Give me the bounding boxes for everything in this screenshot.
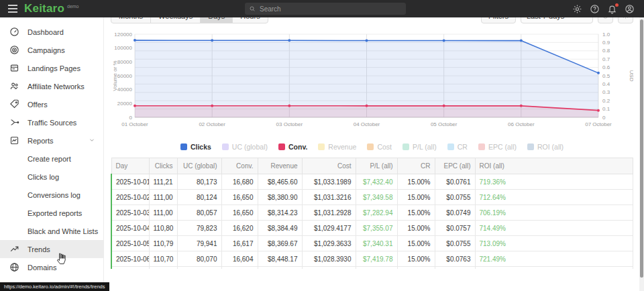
svg-text:100000: 100000 bbox=[114, 45, 132, 51]
sidebar-item-label: Campaigns bbox=[28, 46, 65, 54]
column-header-p-l-all[interactable]: P/L (all) bbox=[356, 158, 397, 174]
svg-text:40000: 40000 bbox=[117, 86, 133, 93]
table-row[interactable]: 2025-10-06110,7080,07016,604$8,448.17$1,… bbox=[111, 251, 633, 267]
cell-uc-global: 79,823 bbox=[177, 221, 221, 236]
cell-p-l-all: $7,355.07 bbox=[356, 221, 397, 236]
table-row[interactable]: 2025-10-05110,7979,94116,617$8,369.67$1,… bbox=[111, 236, 633, 251]
legend-item-roi-all[interactable]: ROI (all) bbox=[527, 143, 564, 151]
cell-p-l-all: $7,282.94 bbox=[356, 205, 397, 221]
legend-item-cr[interactable]: CR bbox=[447, 143, 468, 151]
avatar-icon[interactable] bbox=[625, 4, 635, 14]
column-header-conv[interactable]: Conv. bbox=[221, 158, 258, 174]
trends-chart[interactable]: 00.10.20.30.40.50.60.70.80.91.0020000400… bbox=[111, 27, 633, 136]
sidebar-item-create-report[interactable]: Create report bbox=[0, 150, 103, 168]
table-row[interactable]: 2025-10-03111,0080,05716,650$8,314.23$1,… bbox=[111, 205, 633, 221]
target-icon bbox=[9, 45, 19, 55]
cell-revenue: $8,369.67 bbox=[258, 236, 302, 251]
column-header-revenue[interactable]: Revenue bbox=[258, 158, 302, 174]
legend-item-conv[interactable]: Conv. bbox=[278, 143, 307, 151]
page-scrollbar[interactable] bbox=[639, 17, 644, 291]
cell-roi-all: 714.49% bbox=[475, 221, 633, 236]
cell-cost: $1,033.1989 bbox=[302, 174, 356, 190]
bell-icon[interactable] bbox=[607, 4, 617, 14]
legend-label: CR bbox=[458, 143, 468, 151]
column-header-cost[interactable]: Cost bbox=[302, 158, 356, 174]
cell-uc-global: 80,173 bbox=[177, 174, 221, 190]
scrollbar-thumb[interactable] bbox=[640, 19, 643, 278]
legend-swatch bbox=[478, 143, 485, 150]
sidebar-item-label: Trends bbox=[28, 245, 50, 253]
legend-item-uc-global[interactable]: UC (global) bbox=[222, 143, 268, 151]
sidebar-item-campaigns[interactable]: Campaigns bbox=[0, 41, 103, 59]
cell-day: 2025-10-04 bbox=[111, 221, 149, 236]
sidebar-item-label: Dashboard bbox=[28, 28, 64, 36]
cell-revenue: $8,384.49 bbox=[258, 221, 302, 236]
trend-icon bbox=[9, 244, 19, 254]
sidebar-item-conversions-log[interactable]: Conversions log bbox=[0, 186, 103, 204]
cell-clicks: 111,21 bbox=[149, 174, 177, 190]
cell-cost: $1,029.3633 bbox=[302, 236, 356, 251]
help-icon[interactable] bbox=[590, 4, 600, 14]
legend-label: EPC (all) bbox=[488, 143, 517, 151]
cell-roi-all: 718.20% bbox=[475, 267, 633, 270]
legend-label: P/L (all) bbox=[413, 143, 437, 151]
cell-cr: 15.00% bbox=[397, 267, 435, 270]
table-row[interactable]: 2025-10-04110,8079,82316,620$8,384.49$1,… bbox=[111, 221, 633, 236]
legend-item-cost[interactable]: Cost bbox=[367, 143, 392, 151]
legend-label: Revenue bbox=[328, 143, 356, 151]
legend-swatch bbox=[318, 143, 325, 150]
column-header-cr[interactable]: CR bbox=[397, 158, 435, 174]
sidebar-item-dashboard[interactable]: Dashboard bbox=[0, 23, 103, 41]
cell-cr: 15.00% bbox=[397, 174, 435, 190]
sidebar-item-landings-pages[interactable]: Landings Pages bbox=[0, 59, 103, 77]
legend-item-revenue[interactable]: Revenue bbox=[318, 143, 356, 151]
cell-cost: $1,028.3930 bbox=[302, 251, 356, 267]
svg-text:07 October: 07 October bbox=[585, 121, 612, 127]
sidebar-item-offers[interactable]: Offers bbox=[0, 95, 103, 113]
sidebar-item-traffic-sources[interactable]: Traffic Sources bbox=[0, 113, 103, 131]
sidebar-item-exported-reports[interactable]: Exported reports bbox=[0, 204, 103, 222]
svg-text:03 October: 03 October bbox=[276, 121, 303, 127]
sidebar-item-affiliate-networks[interactable]: Affiliate Networks bbox=[0, 77, 103, 95]
column-header-clicks[interactable]: Clicks bbox=[149, 158, 177, 174]
column-header-day[interactable]: Day bbox=[111, 158, 149, 174]
sidebar-item-black-and-white-lists[interactable]: Black and White Lists bbox=[0, 222, 103, 240]
svg-text:06 October: 06 October bbox=[508, 121, 535, 127]
cell-revenue: $8,448.17 bbox=[258, 251, 302, 267]
legend-label: UC (global) bbox=[232, 143, 268, 151]
gear-icon[interactable] bbox=[572, 4, 582, 14]
sidebar: DashboardCampaignsLandings PagesAffiliat… bbox=[0, 17, 104, 291]
tag-icon bbox=[9, 99, 19, 109]
table-row[interactable]: 2025-10-02111,0080,12416,650$8,380.90$1,… bbox=[111, 190, 633, 205]
column-header-epc-all[interactable]: EPC (all) bbox=[435, 158, 475, 174]
sidebar-item-trends[interactable]: Trends bbox=[0, 240, 103, 258]
trends-table: DayClicksUC (global)Conv.RevenueCostP/L … bbox=[111, 158, 633, 269]
column-header-roi-all[interactable]: ROI (all) bbox=[475, 158, 633, 174]
table-row[interactable]: 2025-10-07111,4080,15216,610$8,410.44$1,… bbox=[111, 267, 633, 270]
menu-icon[interactable] bbox=[3, 0, 23, 17]
column-header-uc-global[interactable]: UC (global) bbox=[177, 158, 221, 174]
search-input[interactable] bbox=[260, 5, 394, 13]
legend-item-p-l-all[interactable]: P/L (all) bbox=[402, 143, 437, 151]
cell-conv: 16,610 bbox=[221, 267, 258, 270]
sidebar-item-reports[interactable]: Reports bbox=[0, 131, 103, 150]
legend-item-epc-all[interactable]: EPC (all) bbox=[478, 143, 517, 151]
cell-day: 2025-10-02 bbox=[111, 190, 149, 205]
legend-item-clicks[interactable]: Clicks bbox=[180, 143, 211, 151]
svg-text:0.6: 0.6 bbox=[602, 64, 610, 70]
cell-revenue: $8,314.23 bbox=[258, 205, 302, 221]
svg-text:0.7: 0.7 bbox=[602, 56, 610, 62]
chevron-down-icon[interactable] bbox=[89, 137, 95, 143]
search-box[interactable] bbox=[245, 3, 406, 15]
table-row[interactable]: 2025-10-01111,2180,17316,680$8,465.60$1,… bbox=[111, 174, 633, 190]
cell-cost: $1,031.2928 bbox=[302, 205, 356, 221]
svg-text:0.5: 0.5 bbox=[602, 73, 610, 79]
sidebar-item-domains[interactable]: Domains bbox=[0, 258, 103, 276]
cell-cost: $1,013.3333 bbox=[302, 267, 356, 270]
legend-label: Cost bbox=[377, 143, 392, 151]
cell-cr: 15.00% bbox=[397, 251, 435, 267]
cell-day: 2025-10-05 bbox=[111, 236, 149, 251]
cell-cr: 15.00% bbox=[397, 190, 435, 205]
cell-epc-all: $0.0755 bbox=[435, 190, 475, 205]
sidebar-item-clicks-log[interactable]: Clicks log bbox=[0, 168, 103, 186]
